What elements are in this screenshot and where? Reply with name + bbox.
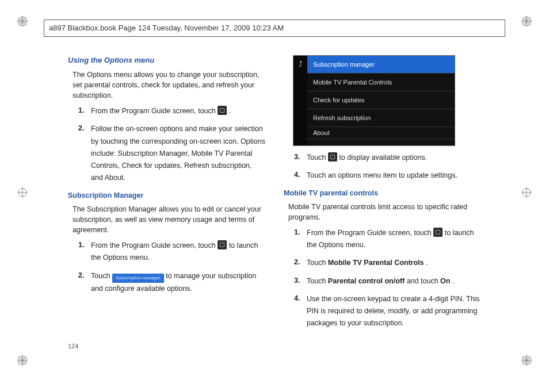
- page: a897 Blackbox.book Page 124 Tuesday, Nov…: [0, 0, 549, 392]
- phone-menu-item: Refresh subscription: [307, 109, 455, 127]
- steps-list: 1. From the Program Guide screen, touch …: [68, 105, 265, 185]
- options-icon: [218, 106, 227, 115]
- registration-mark-icon: [17, 355, 28, 366]
- step-text: Follow the on-screen options and make yo…: [91, 123, 265, 184]
- options-icon: [218, 240, 227, 249]
- step-item: 3. Touch Parental control on/off and tou…: [294, 275, 481, 287]
- step-number: 1.: [78, 240, 91, 264]
- bold-label: On: [440, 277, 450, 285]
- paragraph: Mobile TV parental controls limit access…: [288, 202, 481, 222]
- phone-menu-list: Subscription manager Mobile TV Parental …: [307, 56, 455, 145]
- step-number: 4.: [294, 293, 307, 330]
- step-item: 2. Touch Subscription manager to manage …: [78, 270, 265, 295]
- step-text: Use the on-screen keypad to create a 4-d…: [307, 293, 481, 330]
- step-item: 4. Use the on-screen keypad to create a …: [294, 293, 481, 330]
- step-item: 1. From the Program Guide screen, touch …: [294, 227, 481, 252]
- running-head-frame: a897 Blackbox.book Page 124 Tuesday, Nov…: [44, 20, 505, 37]
- content-columns: Using the Options menu The Options menu …: [68, 55, 481, 354]
- step-text: Touch Mobile TV Parental Controls .: [307, 257, 481, 269]
- step-text: Touch Subscription manager to manage you…: [91, 270, 265, 295]
- phone-menu-item: Mobile TV Parental Controls: [307, 74, 455, 91]
- step-text: Touch to display available options.: [307, 152, 481, 164]
- step-item: 1. From the Program Guide screen, touch …: [78, 240, 265, 264]
- step-item: 3. Touch to display available options.: [294, 152, 481, 164]
- steps-list: 1. From the Program Guide screen, touch …: [68, 240, 265, 295]
- cross-mark-icon: [17, 187, 28, 198]
- options-icon: [328, 152, 337, 162]
- registration-mark-icon: [521, 16, 532, 26]
- options-icon: [433, 228, 443, 237]
- steps-list: 1. From the Program Guide screen, touch …: [284, 227, 481, 330]
- running-head: a897 Blackbox.book Page 124 Tuesday, Nov…: [44, 24, 284, 32]
- step-text: From the Program Guide screen, touch .: [91, 105, 265, 117]
- heading-parental-controls: Mobile TV parental controls: [284, 188, 481, 198]
- step-number: 3.: [294, 152, 307, 164]
- left-column: Using the Options menu The Options menu …: [68, 55, 265, 354]
- step-item: 4. Touch an options menu item to update …: [294, 170, 481, 182]
- phone-screenshot: ⤴ Subscription manager Mobile TV Parenta…: [293, 55, 455, 146]
- back-arrow-icon: ⤴: [299, 59, 303, 145]
- step-item: 2. Follow the on-screen options and make…: [78, 123, 265, 184]
- paragraph: The Options menu allows you to change yo…: [73, 70, 265, 101]
- phone-menu-item: About: [307, 127, 455, 139]
- phone-menu-item-selected: Subscription manager: [307, 56, 455, 74]
- step-number: 2.: [78, 270, 91, 295]
- phone-menu-item: Check for updates: [307, 91, 455, 109]
- step-number: 4.: [294, 170, 307, 182]
- bold-label: Mobile TV Parental Controls: [328, 259, 424, 267]
- step-text: Touch an options menu item to update set…: [307, 170, 481, 182]
- step-text: From the Program Guide screen, touch to …: [91, 240, 265, 264]
- subscription-manager-button-icon: Subscription manager: [112, 274, 164, 283]
- registration-mark-icon: [521, 355, 532, 366]
- heading-subscription-manager: Subscription Manager: [68, 190, 265, 201]
- step-number: 1.: [78, 105, 91, 117]
- bold-label: Parental control on/off: [328, 277, 405, 285]
- cross-mark-icon: [521, 187, 532, 198]
- step-item: 2. Touch Mobile TV Parental Controls .: [294, 257, 481, 269]
- step-number: 1.: [294, 227, 307, 252]
- heading-options-menu: Using the Options menu: [68, 55, 265, 66]
- step-text: From the Program Guide screen, touch to …: [307, 227, 481, 252]
- step-text: Touch Parental control on/off and touch …: [307, 275, 481, 287]
- steps-list: 3. Touch to display available options. 4…: [284, 152, 481, 182]
- phone-back-tab: ⤴: [293, 56, 307, 145]
- step-number: 2.: [294, 257, 307, 269]
- page-number: 124: [68, 343, 78, 349]
- step-number: 3.: [294, 275, 307, 287]
- step-item: 1. From the Program Guide screen, touch …: [78, 105, 265, 117]
- right-column: ⤴ Subscription manager Mobile TV Parenta…: [284, 55, 481, 354]
- registration-mark-icon: [17, 16, 28, 26]
- step-number: 2.: [78, 123, 91, 184]
- paragraph: The Subscription Manager allows you to e…: [73, 204, 265, 235]
